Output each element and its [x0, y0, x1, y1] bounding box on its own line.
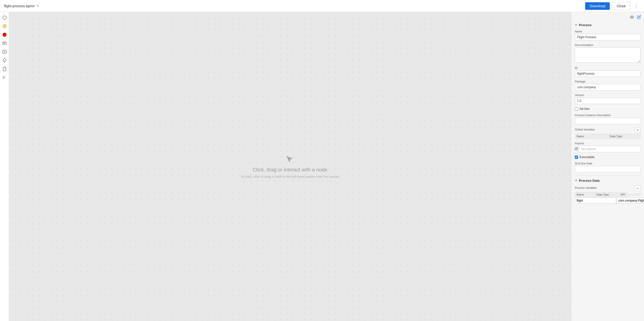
diagram-canvas[interactable]: Click, drag or interact with a node To s… — [9, 12, 571, 321]
process-section-chevron: ▼ — [575, 24, 577, 26]
imports-row: No imports — [575, 146, 640, 152]
process-section-header[interactable]: ▼ Process — [575, 23, 640, 27]
adhoc-checkbox[interactable] — [575, 107, 578, 111]
svg-point-3 — [3, 33, 6, 36]
global-var-dtype-header: Data Type — [608, 134, 641, 139]
palette-item-task[interactable] — [1, 40, 8, 47]
main-area: Click, drag or interact with a node To s… — [0, 12, 644, 321]
palette-item-annotation[interactable] — [1, 74, 8, 81]
svg-rect-4 — [3, 42, 6, 45]
cursor-icon — [285, 154, 296, 166]
svg-point-2 — [3, 25, 6, 27]
id-field-group: ID — [575, 66, 640, 77]
package-input[interactable] — [575, 84, 640, 90]
pv-name-input[interactable] — [575, 198, 616, 204]
panel-top-icons — [629, 14, 642, 20]
topbar-left: flight-process.bpmn ✎ — [4, 4, 39, 8]
topbar-right: Download Close ⋮ — [585, 2, 640, 10]
name-field-group: Name — [575, 30, 640, 40]
canvas-empty-state: Click, drag or interact with a node To s… — [9, 12, 571, 321]
section-divider — [575, 175, 640, 176]
global-variables-label: Global Variables — [575, 128, 595, 131]
pv-name-header: Name — [575, 192, 594, 197]
global-variables-group: Global Variables + Name Data Type — [575, 127, 640, 139]
palette-item-end-event[interactable] — [1, 31, 8, 38]
add-global-variable-button[interactable]: + — [635, 127, 640, 133]
properties-panel-inner: ▼ Process Name Documentation ID Package … — [571, 12, 644, 210]
process-data-section-chevron: ▼ — [575, 179, 577, 182]
pv-dtype-header: Data Type — [595, 192, 618, 197]
package-field-group: Package — [575, 80, 640, 90]
panel-toggle-button[interactable]: › — [571, 14, 571, 21]
id-input[interactable] — [575, 70, 640, 77]
process-variables-header-row: Name Data Type KPI — [575, 192, 640, 197]
sla-due-date-input[interactable] — [575, 166, 640, 172]
panel-eye-icon[interactable] — [629, 14, 635, 20]
imports-placeholder: No imports — [579, 146, 640, 152]
palette-item-gateway[interactable] — [1, 57, 8, 64]
topbar: flight-process.bpmn ✎ Download Close ⋮ — [0, 0, 644, 12]
process-data-section-header[interactable]: ▼ Process Data — [575, 179, 640, 182]
left-palette — [0, 12, 9, 321]
documentation-input[interactable] — [575, 48, 640, 63]
edit-filename-icon[interactable]: ✎ — [36, 4, 39, 8]
version-label: Version — [575, 94, 640, 97]
add-process-variable-button[interactable]: + — [635, 186, 640, 191]
process-instance-desc-group: Process Instance Description — [575, 114, 640, 124]
imports-label: Imports — [575, 142, 640, 145]
more-options-button[interactable]: ⋮ — [632, 2, 640, 10]
svg-marker-10 — [3, 59, 6, 62]
imports-group: Imports No imports — [575, 142, 640, 152]
process-variable-row: com.company.Flight ✎ 🗑 — [575, 198, 640, 204]
download-button[interactable]: Download — [585, 2, 610, 10]
process-instance-desc-input[interactable] — [575, 118, 640, 124]
sla-due-date-group: SLA Due Date — [575, 162, 640, 172]
pv-kpi-header: KPI — [618, 192, 627, 197]
filename-label: flight-process.bpmn — [4, 4, 35, 8]
pv-actions-header — [628, 194, 640, 196]
palette-item-subprocess[interactable] — [1, 48, 8, 55]
palette-item-intermediate-event[interactable] — [1, 23, 8, 30]
global-var-name-header: Name — [575, 134, 608, 139]
svg-point-16 — [631, 17, 632, 18]
svg-point-0 — [3, 16, 6, 19]
version-field-group: Version — [575, 94, 640, 104]
executable-row: Executable — [575, 155, 640, 159]
process-data-section-title: Process Data — [579, 179, 599, 182]
executable-checkbox[interactable] — [575, 156, 578, 159]
adhoc-label: Ad-Hoc — [580, 107, 590, 111]
close-button[interactable]: Close — [612, 2, 630, 10]
id-label: ID — [575, 66, 640, 69]
panel-edit-icon[interactable] — [636, 14, 642, 20]
palette-item-start-event[interactable] — [1, 14, 8, 21]
process-section-title: Process — [579, 23, 592, 27]
canvas-main-text: Click, drag or interact with a node — [253, 167, 328, 173]
name-input[interactable] — [575, 34, 640, 40]
package-label: Package — [575, 80, 640, 83]
properties-panel: › ▼ Process Name Documentation — [571, 12, 644, 321]
adhoc-row: Ad-Hoc — [575, 107, 640, 111]
documentation-label: Documentation — [575, 43, 640, 47]
process-variables-label: Process Variables — [575, 186, 597, 189]
executable-label: Executable — [580, 155, 594, 159]
process-instance-desc-label: Process Instance Description — [575, 114, 640, 117]
canvas-sub-text: To start, click or drag a node in the le… — [241, 175, 339, 178]
name-label: Name — [575, 30, 640, 33]
imports-edit-icon[interactable] — [575, 147, 578, 151]
process-variables-group: Process Variables + Name Data Type KPI c… — [575, 186, 640, 204]
palette-item-data-object[interactable] — [1, 65, 8, 72]
version-input[interactable] — [575, 98, 640, 104]
pv-dtype-select[interactable]: com.company.Flight — [617, 198, 644, 204]
sla-due-date-label: SLA Due Date — [575, 162, 640, 165]
documentation-field-group: Documentation — [575, 43, 640, 63]
